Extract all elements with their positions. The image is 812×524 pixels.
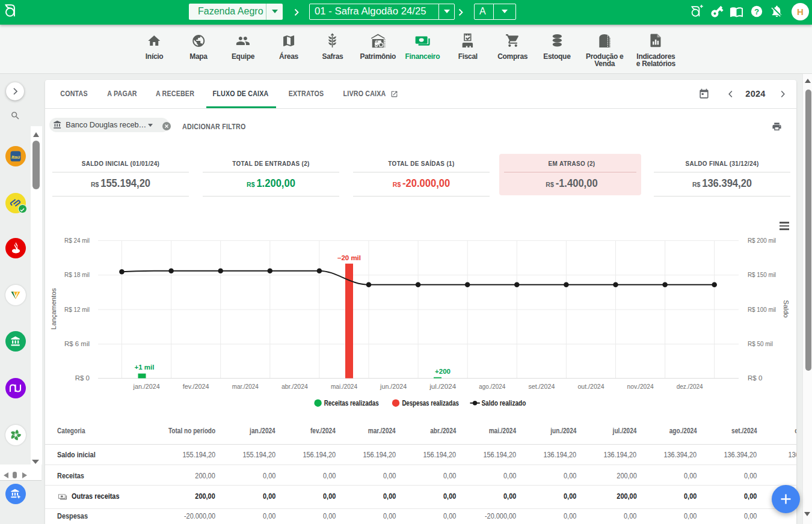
svg-text:Itaú: Itaú — [11, 154, 19, 160]
svg-text:?: ? — [754, 7, 759, 16]
